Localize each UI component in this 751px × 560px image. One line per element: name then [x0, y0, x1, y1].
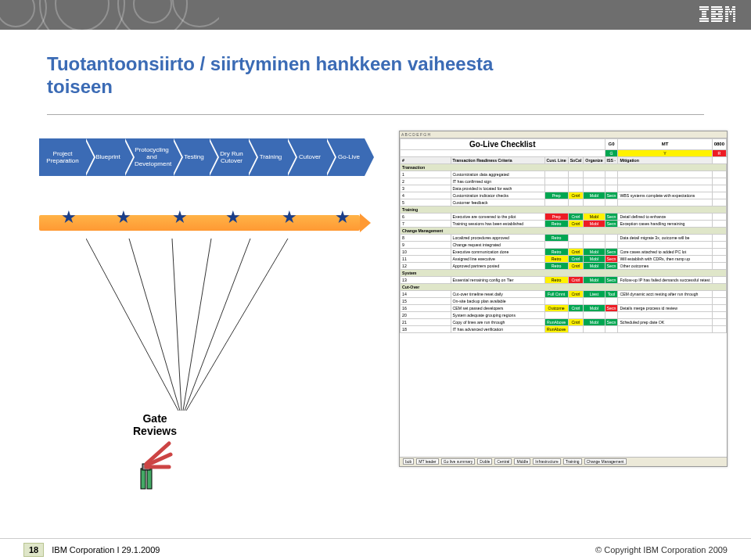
table-row: 3Data provided is located for each [401, 185, 727, 192]
sheet-tab[interactable]: Change Management [584, 458, 627, 465]
milestone-stars: ★★★★★★ [39, 207, 360, 239]
table-row: 14Cut-over timeline reset dailyFull Cmnt… [401, 290, 727, 297]
sheet-tab[interactable]: MT leader [416, 458, 438, 465]
svg-line-33 [129, 239, 180, 411]
section-training: Training [401, 206, 727, 213]
section-change-management: Change Management [401, 227, 727, 234]
svg-rect-10 [718, 11, 723, 13]
svg-line-37 [186, 239, 288, 411]
svg-rect-13 [718, 16, 723, 17]
process-chevrons: ProjectPreparationBlueprintProtocyclinga… [39, 138, 365, 176]
title-line1: Tuotantoonsiirto / siirtyminen hankkeen … [47, 53, 493, 74]
table-row: 15On-site backup plan available [401, 297, 727, 304]
svg-rect-18 [725, 9, 730, 10]
page-number: 18 [23, 543, 44, 557]
svg-rect-5 [699, 18, 709, 20]
svg-rect-39 [147, 468, 152, 489]
svg-line-34 [172, 239, 181, 411]
svg-rect-21 [729, 11, 732, 13]
table-row: 9Change request integrated [401, 241, 727, 248]
section-transaction: Transaction [401, 163, 727, 171]
sheet-tab[interactable]: Central [494, 458, 512, 465]
svg-rect-26 [725, 16, 728, 17]
svg-rect-8 [711, 9, 723, 10]
sheet-tab[interactable]: Doble [477, 458, 492, 465]
sheet-tab[interactable]: Infrastructure [533, 458, 560, 465]
svg-rect-15 [711, 20, 722, 22]
svg-rect-9 [711, 11, 716, 13]
section-cut-over: Cut-Over [401, 283, 727, 290]
svg-rect-4 [702, 16, 706, 17]
table-row: 13Essential remaining config on TierRetr… [401, 276, 727, 283]
svg-rect-16 [725, 6, 729, 8]
sheet-tabs: bobMT leaderGo live summaryDobleCentralM… [400, 457, 727, 466]
table-row: 12Approved partners postedRetroCntrlMobl… [401, 262, 727, 269]
header-bar [0, 0, 751, 30]
table-row: 16CEM set passed developersOutcomeCntrlM… [401, 304, 727, 311]
sheet-column-letters: A B C D E F G H [400, 131, 727, 138]
converging-lines [86, 239, 289, 418]
svg-rect-19 [731, 9, 735, 10]
svg-line-35 [183, 239, 211, 411]
ibm-logo [699, 6, 735, 25]
star-icon: ★ [225, 207, 241, 228]
chevron-project: ProjectPreparation [39, 138, 84, 176]
svg-rect-22 [733, 11, 735, 13]
header-decoration [0, 0, 219, 30]
star-icon: ★ [172, 207, 188, 228]
svg-rect-20 [725, 11, 728, 13]
svg-rect-11 [711, 13, 722, 15]
svg-rect-12 [711, 16, 716, 17]
table-row: 5Customer feedback [401, 199, 727, 206]
svg-rect-6 [699, 20, 709, 22]
svg-rect-2 [702, 11, 706, 13]
svg-rect-31 [733, 20, 735, 22]
svg-rect-25 [733, 13, 735, 15]
table-row: 7Training sessions has been establishedR… [401, 220, 727, 227]
svg-rect-29 [733, 18, 735, 20]
sheet-tab[interactable]: Training [563, 458, 582, 465]
title-line2: toiseen [47, 76, 113, 97]
svg-rect-38 [141, 468, 146, 489]
table-row: 6Executive are convened to the pilotPrep… [401, 213, 727, 220]
table-row: 11Assigned line executiveRetroCntrlMoblS… [401, 255, 727, 262]
slide-content: ProjectPreparationBlueprintProtocyclinga… [0, 115, 751, 522]
sheet-tab[interactable]: Middle [514, 458, 530, 465]
table-row: 18IT has advanced verificationRunAbove [401, 325, 727, 332]
svg-line-36 [185, 239, 250, 411]
table-row: 20System adequate grouping regions [401, 311, 727, 318]
svg-rect-0 [699, 6, 709, 8]
footer-left-text: IBM Corporation I 29.1.2009 [52, 545, 160, 555]
svg-rect-14 [711, 18, 723, 20]
sheet-tab[interactable]: bob [403, 458, 414, 465]
svg-line-32 [86, 239, 178, 411]
sheet-tab[interactable]: Go live summary [441, 458, 476, 465]
svg-rect-28 [725, 18, 728, 20]
svg-rect-1 [699, 9, 709, 10]
star-icon: ★ [116, 207, 131, 228]
slide-footer: 18 IBM Corporation I 29.1.2009 © Copyrig… [0, 538, 751, 560]
svg-rect-30 [725, 20, 728, 22]
star-icon: ★ [61, 207, 77, 228]
svg-rect-7 [711, 6, 722, 8]
turnstile-icon [131, 436, 178, 490]
table-row: 4Customization indicator checksPrepCntrl… [401, 192, 727, 199]
svg-rect-27 [733, 16, 735, 17]
sheet-title: Go-Live Checklist [401, 138, 605, 149]
table-row: 1Customization data aggregated [401, 171, 727, 178]
table-row: 21Copy of lines are run throughRunAboveC… [401, 318, 727, 325]
slide-title: Tuotantoonsiirto / siirtyminen hankkeen … [0, 30, 751, 106]
footer-copyright: © Copyright IBM Corporation 2009 [595, 545, 728, 555]
go-live-checklist-sheet: A B C D E F G H Go-Live Checklist G0 MT … [399, 131, 728, 467]
gate-reviews-label: GateReviews [133, 412, 177, 437]
table-row: 10Executive communication doneRetroCntrl… [401, 248, 727, 255]
svg-rect-17 [732, 6, 735, 8]
table-row: 8Localized procedures approvedRetroData … [401, 234, 727, 241]
table-row: 2IT has confirmed sign [401, 178, 727, 185]
svg-rect-3 [702, 13, 706, 15]
svg-rect-23 [725, 13, 728, 15]
svg-rect-24 [730, 13, 731, 15]
section-system: System [401, 269, 727, 276]
star-icon: ★ [282, 207, 297, 228]
star-icon: ★ [335, 207, 350, 228]
